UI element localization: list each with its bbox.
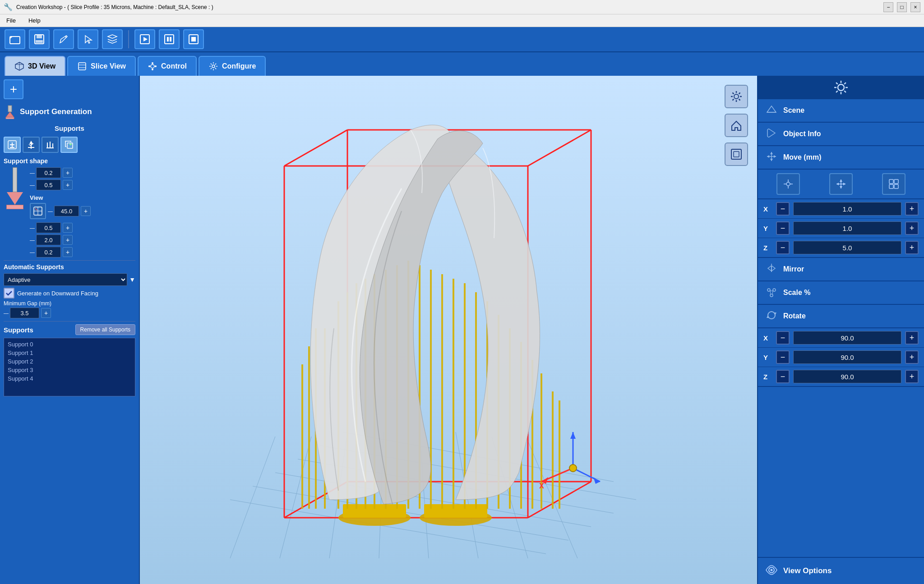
param-input-1[interactable] [36, 179, 61, 190]
scale-button[interactable]: Scale % [758, 281, 924, 305]
pause-button[interactable] [159, 29, 180, 49]
adaptive-dropdown[interactable]: Adaptive [4, 273, 127, 286]
svg-rect-109 [734, 152, 739, 157]
right-gear-button[interactable] [830, 77, 852, 98]
param-plus-5[interactable]: + [63, 247, 73, 257]
support-add-btn[interactable] [4, 137, 21, 153]
rotate-button[interactable]: Rotate [758, 305, 924, 328]
support-multi-btn[interactable] [42, 137, 59, 153]
rotate-z-input[interactable] [793, 370, 901, 383]
menu-file[interactable]: File [4, 16, 18, 25]
view-angle-input[interactable] [54, 206, 79, 216]
auto-supports-section: Automatic Supports Adaptive ▼ Generate o… [4, 260, 135, 318]
param-plus-1[interactable]: + [63, 180, 73, 190]
move-group-btn-1[interactable] [776, 173, 800, 195]
rotate-y-minus[interactable]: − [776, 350, 790, 364]
save-button[interactable] [29, 29, 50, 49]
gear-side-button[interactable] [725, 85, 748, 108]
svg-point-19 [212, 65, 215, 68]
move-z-input[interactable] [793, 241, 901, 254]
pen-button[interactable] [53, 29, 74, 49]
move-x-input[interactable] [793, 202, 901, 216]
support-copy-btn[interactable] [60, 137, 78, 153]
param-input-4[interactable] [36, 235, 61, 245]
toolbar [0, 27, 924, 52]
pointer-button[interactable] [78, 29, 98, 49]
rotate-y-row: Y − + [758, 348, 924, 367]
play-button[interactable] [134, 29, 155, 49]
move-icon-group [758, 170, 924, 199]
generate-checkbox[interactable] [4, 288, 14, 299]
support-item-4[interactable]: Support 4 [6, 374, 133, 383]
svg-marker-118 [774, 155, 776, 158]
param-row-0: — + [30, 167, 135, 178]
shape-stem [13, 167, 17, 192]
min-gap-row: — + [4, 308, 135, 318]
move-z-plus[interactable]: + [905, 241, 919, 254]
view-icon-btn[interactable] [30, 203, 46, 219]
svg-marker-30 [29, 141, 33, 144]
remove-all-supports-button[interactable]: Remove all Supports [75, 324, 135, 335]
object-info-button[interactable]: Object Info [758, 123, 924, 146]
supports-list[interactable]: Support 0 Support 1 Support 2 Support 3 … [4, 338, 135, 396]
move-y-minus[interactable]: − [776, 221, 790, 235]
param-input-0[interactable] [36, 167, 61, 178]
rotate-z-plus[interactable]: + [905, 370, 919, 383]
view-options-button[interactable]: View Options [758, 557, 924, 584]
svg-marker-5 [143, 37, 148, 41]
rotate-x-input[interactable] [793, 331, 901, 345]
home-side-button[interactable] [725, 114, 748, 137]
move-y-input[interactable] [793, 221, 901, 235]
param-input-5[interactable] [36, 247, 61, 258]
support-item-3[interactable]: Support 3 [6, 366, 133, 374]
minimize-button[interactable]: − [883, 2, 893, 12]
min-gap-plus[interactable]: + [41, 308, 51, 318]
support-item-2[interactable]: Support 2 [6, 357, 133, 366]
param-input-3[interactable] [36, 222, 61, 233]
close-button[interactable]: × [910, 2, 920, 12]
view-angle-plus[interactable]: + [81, 206, 91, 216]
move-y-plus[interactable]: + [905, 221, 919, 235]
mirror-button[interactable]: Mirror [758, 258, 924, 281]
param-plus-0[interactable]: + [63, 168, 73, 178]
layers-button[interactable] [102, 29, 123, 49]
toolbar-separator [128, 30, 129, 48]
move-group-btn-3[interactable] [882, 173, 906, 195]
svg-rect-20 [8, 106, 12, 112]
move-z-minus[interactable]: − [776, 241, 790, 254]
menu-help[interactable]: Help [26, 16, 43, 25]
move-button[interactable]: Move (mm) [758, 146, 924, 170]
rotate-x-minus[interactable]: − [776, 331, 790, 345]
svg-rect-36 [67, 143, 73, 148]
frame-side-button[interactable] [725, 143, 748, 166]
stop-button[interactable] [183, 29, 204, 49]
rotate-y-plus[interactable]: + [905, 350, 919, 364]
move-x-minus[interactable]: − [776, 202, 790, 216]
supports-list-header: Supports Remove all Supports [4, 324, 135, 335]
tab-configure[interactable]: Configure [199, 56, 266, 76]
svg-rect-8 [170, 37, 171, 41]
tab-sliceview[interactable]: Slice View [67, 56, 136, 76]
left-panel: + Support Generation Supports [0, 76, 140, 584]
tab-control[interactable]: Control [138, 56, 197, 76]
scene-button[interactable]: Scene [758, 99, 924, 123]
param-plus-3[interactable]: + [63, 223, 73, 233]
viewport[interactable]: X [140, 76, 757, 584]
rotate-z-minus[interactable]: − [776, 370, 790, 383]
support-item-1[interactable]: Support 1 [6, 349, 133, 357]
min-gap-input[interactable] [10, 308, 39, 318]
move-group-btn-2[interactable] [829, 173, 853, 195]
rotate-y-input[interactable] [793, 350, 901, 364]
open-button[interactable] [5, 29, 25, 49]
move-x-row: X − + [758, 199, 924, 219]
support-tree-btn[interactable] [23, 137, 40, 153]
maximize-button[interactable]: □ [897, 2, 907, 12]
rotate-x-plus[interactable]: + [905, 331, 919, 345]
support-item-0[interactable]: Support 0 [6, 340, 133, 349]
svg-point-14 [151, 64, 154, 68]
tab-3dview[interactable]: 3D View [5, 56, 65, 76]
move-x-plus[interactable]: + [905, 202, 919, 216]
param-plus-4[interactable]: + [63, 235, 73, 245]
add-object-button[interactable]: + [4, 79, 23, 99]
svg-marker-111 [767, 106, 776, 112]
